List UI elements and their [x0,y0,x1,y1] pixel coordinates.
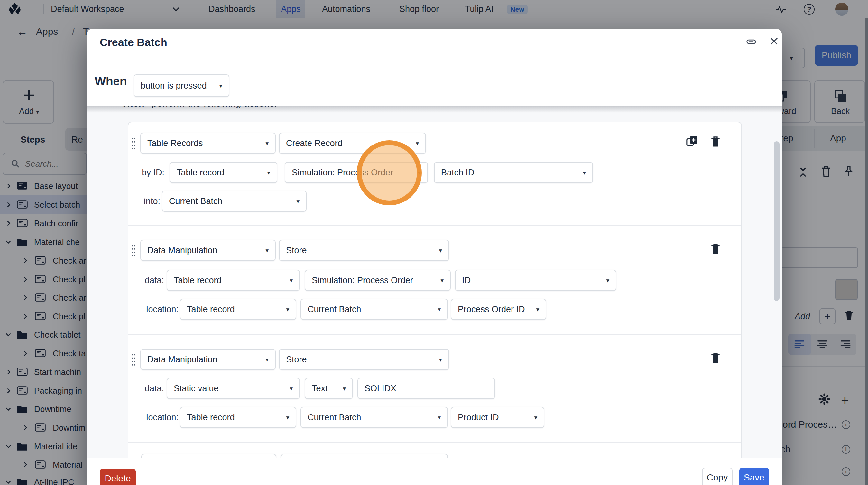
row-label: by ID: [142,168,164,178]
action2-data-type-dropdown[interactable]: Table record ▾ [167,270,300,291]
chevron-down-icon: ▾ [438,414,441,421]
action3-location-field-dropdown[interactable]: Product ID ▾ [451,407,544,428]
chevron-down-icon: ▾ [289,385,293,392]
then-text: perform the following actions. [152,106,277,109]
location-label: location: [128,299,179,320]
dropdown-value: Current Batch [308,413,361,423]
action-divider [128,334,742,335]
row-label: into: [144,196,160,206]
chevron-down-icon: ▾ [296,198,300,205]
dropdown-value: Product ID [458,413,499,423]
action3-location-record-dropdown[interactable]: Current Batch ▾ [301,407,448,428]
drag-handle-icon[interactable] [131,353,136,367]
data-label: data: [128,270,164,291]
chevron-down-icon: ▾ [219,82,222,89]
action3-value-type-dropdown[interactable]: Text ▾ [305,378,353,399]
action4-operation-dropdown[interactable] [281,454,448,458]
chevron-down-icon: ▾ [286,414,289,421]
action3-data-type-dropdown[interactable]: Static value ▾ [167,378,300,399]
duplicate-action-icon[interactable] [686,135,699,148]
when-label: When [95,75,127,88]
delete-button[interactable]: Delete [100,468,136,485]
dropdown-value: Batch ID [441,168,474,178]
actions-scroll-area[interactable]: Then perform the following actions. Tabl… [87,106,782,458]
action2-category-dropdown[interactable]: Data Manipulation ▾ [140,240,276,261]
action-divider [128,442,742,443]
drag-handle-icon[interactable] [131,244,136,257]
chevron-down-icon: ▾ [440,277,444,284]
click-highlight-circle [357,140,422,205]
close-icon[interactable] [769,36,779,47]
dropdown-value: Table Records [147,139,203,148]
chevron-down-icon: ▾ [439,356,442,363]
chevron-down-icon: ▾ [606,277,609,284]
chevron-down-icon: ▾ [286,306,289,313]
row-label: data: [145,275,164,285]
row-label: data: [145,384,164,394]
action1-target-dropdown[interactable]: Current Batch ▾ [162,190,307,212]
when-trigger-dropdown[interactable]: button is pressed ▾ [133,74,229,97]
chevron-down-icon: ▾ [439,247,442,254]
action3-operation-dropdown[interactable]: Store ▾ [279,349,449,370]
dropdown-value: Static value [174,384,219,394]
input-value: SOLIDX [365,384,396,394]
modal-title: Create Batch [100,36,167,49]
chevron-down-icon: ▾ [583,169,586,176]
save-button[interactable]: Save [739,467,769,485]
then-bold: Then [121,106,145,109]
action-list: Table Records ▾ Create Record ▾ b [128,122,742,458]
action1-source-type-dropdown[interactable]: Table record ▾ [169,162,277,183]
trigger-editor-modal: Create Batch When button is pressed ▾ Th… [87,29,782,485]
action3-location-type-dropdown[interactable]: Table record ▾ [180,407,296,428]
row-label: location: [146,413,179,423]
then-caption: Then perform the following actions. [121,106,277,109]
copy-button[interactable]: Copy [702,467,733,485]
dropdown-value: Table record [177,168,224,178]
copy-label: Copy [707,473,728,483]
chevron-down-icon: ▾ [438,306,441,313]
dropdown-value: Create Record [286,139,343,148]
delete-action-icon[interactable] [710,352,721,364]
data-label: data: [128,378,164,399]
action2-location-field-dropdown[interactable]: Process Order ID ▾ [451,299,546,320]
dropdown-value: Store [286,355,307,365]
dropdown-value: button is pressed [141,81,207,91]
delete-action-icon[interactable] [710,242,721,255]
action1-category-dropdown[interactable]: Table Records ▾ [140,132,276,154]
delete-label: Delete [105,474,131,484]
action2-data-table-dropdown[interactable]: Simulation: Process Order ▾ [305,270,451,291]
modal-scrollbar-thumb[interactable] [774,141,779,301]
row-label: location: [146,304,179,314]
action2-location-record-dropdown[interactable]: Current Batch ▾ [301,299,448,320]
screen: Default Workspace Dashboards Apps Automa… [0,0,868,485]
action2-data-field-dropdown[interactable]: ID ▾ [455,270,616,291]
action4-category-dropdown[interactable] [141,454,276,458]
chevron-down-icon: ▾ [266,140,269,147]
dropdown-value: Process Order ID [458,304,525,314]
save-label: Save [744,473,765,483]
dropdown-value: Text [312,384,328,394]
chevron-down-icon: ▾ [289,277,293,284]
dropdown-value: Data Manipulation [147,355,217,365]
dropdown-value: Current Batch [308,304,361,314]
action2-operation-dropdown[interactable]: Store ▾ [279,240,449,261]
action1-field-dropdown[interactable]: Batch ID ▾ [434,162,593,183]
chevron-down-icon: ▾ [343,385,346,392]
by-id-label: by ID: [128,162,164,183]
dropdown-value: Data Manipulation [147,246,217,255]
chevron-down-icon: ▾ [534,414,537,421]
dropdown-value: ID [462,275,471,285]
chevron-down-icon: ▾ [416,140,419,147]
action2-location-type-dropdown[interactable]: Table record ▾ [180,299,296,320]
location-label: location: [128,407,179,428]
dropdown-value: Store [286,246,307,255]
copy-link-icon[interactable] [746,36,757,47]
action3-category-dropdown[interactable]: Data Manipulation ▾ [140,349,276,370]
into-label: into: [128,190,160,212]
drag-handle-icon[interactable] [131,137,136,150]
static-value-input[interactable]: SOLIDX [358,378,495,399]
chevron-down-icon: ▾ [267,169,270,176]
delete-action-icon[interactable] [710,135,721,148]
chevron-down-icon: ▾ [266,247,269,254]
dropdown-value: Simulation: Process Order [312,275,413,285]
